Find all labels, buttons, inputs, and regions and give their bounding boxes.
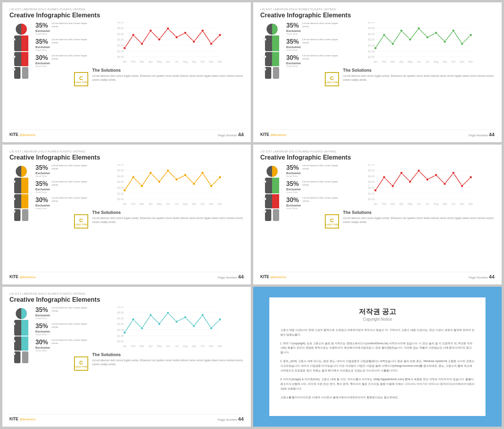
stat-label-3: Exclusive Good Shot [286,204,301,210]
svg-text:$0.00: $0.00 [368,56,375,58]
svg-point-146 [219,176,221,179]
svg-point-240 [184,316,187,319]
stat-percentage-3: 30% [35,197,50,204]
stat-item-2: 35% Exclusive Good Shot Lid est laborum … [35,180,88,193]
stat-desc-3: Lid est laborum dolo rumes fugats untras… [302,197,339,203]
slide-footer: KITE @Business Page Number 44 [9,414,244,422]
svg-rect-199 [21,320,28,336]
svg-point-44 [184,32,187,34]
svg-text:Oct: Oct [200,60,204,63]
stat-label-2: Exclusive Good Shot [286,45,301,51]
svg-text:May: May [157,60,162,63]
svg-text:May: May [157,345,162,348]
svg-point-138 [149,172,152,175]
stats-list: 35% Exclusive Good Shot Lid est laborum … [35,22,88,86]
svg-point-143 [193,182,195,185]
stat-label-2: Exclusive Good Shot [35,45,50,51]
copyright-para-5: 고픈소를 들이이서이므로 사세며 사사먼서 술에시에서시대려의서아이 합한련시있… [280,395,475,400]
svg-text:$2.00: $2.00 [117,44,124,47]
solutions-text: Lid est laborum dolo rumes fugats untras… [343,216,495,224]
solutions-text: Lid est laborum dolo rumes fugats untras… [92,74,244,82]
stat-label-2: Exclusive Good Shot [35,330,50,336]
svg-point-93 [435,32,437,34]
svg-text:Apr: Apr [399,60,404,63]
stat-item-2: 35% Exclusive Good Shot Lid est laborum … [286,38,339,51]
slide-3: LID EST LABORUM DOLO RUMES FUGATS UNTRAS… [2,145,251,284]
solutions-section: The Solutions Lid est laborum dolo rumes… [343,68,495,127]
svg-point-234 [132,318,135,321]
solutions-title: The Solutions [343,210,495,215]
svg-rect-7 [22,67,28,79]
solutions-text: Lid est laborum dolo rumes fugats untras… [343,74,495,82]
svg-text:Mar: Mar [140,202,145,205]
svg-point-92 [426,36,429,39]
svg-text:$2.00: $2.00 [368,186,375,189]
stat-item-3: 30% Exclusive Good Shot Lid est laborum … [286,197,339,210]
stat-item-3: 30% Exclusive Good Shot Lid est laborum … [35,197,88,210]
svg-text:Feb: Feb [131,345,136,347]
solutions-section: The Solutions Lid est laborum dolo rumes… [92,352,244,412]
slide-footer: KITE @Business Page Number 44 [9,130,244,137]
stat-item-3: 30% Exclusive Good Shot Lid est laborum … [35,54,88,67]
svg-point-184 [374,189,377,192]
svg-point-243 [210,327,213,330]
logo-badge: C LOGO TYPE [74,214,88,228]
svg-text:May: May [408,202,413,206]
svg-point-155 [264,180,266,183]
svg-text:$3.00: $3.00 [368,38,375,41]
svg-text:Oct: Oct [200,202,204,205]
stat-percentage-1: 35% [286,22,301,29]
logo-badge: C LOGO TYPE [74,357,88,371]
stat-percentage-2: 35% [35,180,50,188]
stat-item-2: 35% Exclusive Good Shot Lid est laborum … [35,38,88,51]
right-section: $6.00$5.00$4.00$3.00$2.00$1.00$0.00 JanF… [343,164,495,269]
svg-point-239 [175,320,178,323]
slide-subtitle: LID EST LABORUM DOLO RUMES FUGATS UNTRAS… [9,150,244,153]
stat-desc-3: Lid est laborum dolo rumes fugats untras… [52,197,88,203]
stats-list: 35% Exclusive Good Shot Lid est laborum … [286,22,339,86]
stat-percentage-3: 30% [35,339,50,346]
stat-label-2: Exclusive Good Shot [35,188,50,193]
svg-text:May: May [408,60,413,63]
svg-text:$4.00: $4.00 [117,175,124,178]
svg-point-86 [374,47,377,50]
solutions-title: The Solutions [92,68,244,72]
svg-text:Feb: Feb [382,202,387,205]
svg-text:$3.00: $3.00 [368,180,375,183]
svg-text:Dec: Dec [469,60,473,63]
slide-footer: KITE @Business Page Number 44 [260,272,495,280]
svg-text:$1.00: $1.00 [117,50,124,53]
svg-text:$5.00: $5.00 [368,27,375,30]
svg-text:Sep: Sep [192,202,196,206]
svg-text:Oct: Oct [200,345,204,347]
svg-text:Apr: Apr [148,202,153,206]
slide-footer: KITE @Business Page Number 44 [260,130,495,137]
svg-point-193 [452,172,455,175]
svg-point-205 [13,340,15,342]
svg-point-42 [167,27,169,30]
svg-text:Mar: Mar [140,60,145,63]
svg-point-10 [13,68,15,71]
svg-point-91 [417,27,420,30]
svg-rect-152 [272,194,279,208]
slide-title: Creative Infographic Elements [9,154,244,161]
svg-text:$6.00: $6.00 [368,22,375,24]
svg-text:Jul: Jul [175,345,178,347]
footer-brand: KITE @Business [260,132,286,137]
stat-percentage-1: 35% [35,22,50,29]
chart-area: $6.00$5.00$4.00$3.00$2.00$1.00$0.00 JanF… [92,164,244,208]
svg-text:$4.00: $4.00 [368,33,375,35]
svg-rect-103 [21,194,28,208]
solutions-text: Lid est laborum dolo rumes fugats untras… [92,358,244,366]
stat-percentage-3: 30% [35,54,50,61]
stat-percentage-2: 35% [286,180,301,188]
svg-text:Feb: Feb [131,60,136,63]
svg-text:$2.00: $2.00 [117,186,124,189]
left-section: 35% Exclusive Good Shot Lid est laborum … [9,306,88,412]
svg-point-140 [167,169,169,172]
stat-desc-2: Lid est laborum dolo rumes fugats untras… [302,38,339,45]
svg-point-190 [426,178,429,181]
stat-percentage-2: 35% [286,38,301,45]
figure-area: 35% Exclusive Good Shot Lid est laborum … [260,22,339,87]
stat-label-2: Exclusive Good Shot [286,188,301,193]
